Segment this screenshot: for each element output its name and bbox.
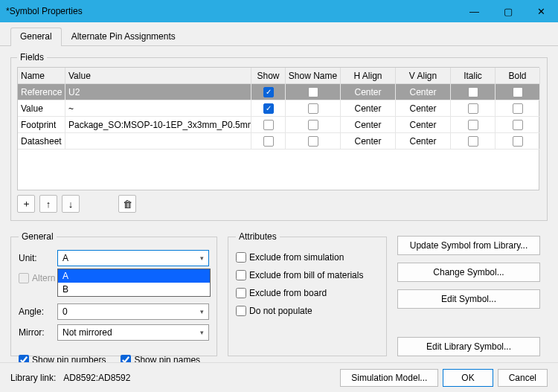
maximize-button[interactable]: ▢: [491, 0, 525, 22]
cell-italic[interactable]: [451, 100, 496, 117]
cell-show[interactable]: ✓: [251, 100, 286, 117]
col-show[interactable]: Show: [251, 68, 286, 84]
checkbox[interactable]: ✓: [263, 103, 274, 114]
ok-button[interactable]: OK: [443, 369, 493, 387]
cell-h-align[interactable]: Center: [341, 100, 396, 117]
edit-symbol-button[interactable]: Edit Symbol...: [397, 289, 540, 309]
checkbox[interactable]: [263, 120, 274, 130]
cell-italic[interactable]: [451, 117, 496, 133]
delete-field-button[interactable]: 🗑: [118, 195, 136, 213]
unit-dropdown[interactable]: A B: [57, 269, 211, 297]
cell-v-align[interactable]: Center: [396, 133, 451, 150]
tab-general[interactable]: General: [10, 28, 62, 46]
cell-v-align[interactable]: Center: [396, 100, 451, 117]
col-show-name[interactable]: Show Name: [286, 68, 341, 84]
grid-header: Name Value Show Show Name H Align V Alig…: [18, 68, 539, 84]
change-symbol-button[interactable]: Change Symbol...: [397, 263, 540, 282]
cell-bold[interactable]: [496, 100, 540, 117]
exclude-sim-label: Exclude from simulation: [249, 252, 344, 263]
mirror-combo[interactable]: Not mirrored ▾: [57, 324, 209, 341]
move-down-button[interactable]: ↓: [62, 195, 80, 213]
chevron-down-icon: ▾: [200, 308, 204, 315]
library-link-value[interactable]: AD8592:AD8592: [63, 373, 336, 383]
unit-option-a[interactable]: A: [58, 269, 210, 283]
edit-library-symbol-button[interactable]: Edit Library Symbol...: [397, 337, 540, 356]
cell-show-name[interactable]: [286, 133, 341, 150]
checkbox[interactable]: [308, 103, 318, 114]
table-row[interactable]: FootprintPackage_SO:MSOP-10-1EP_3x3mm_P0…: [18, 117, 539, 133]
general-legend: General: [19, 231, 57, 242]
cell-bold[interactable]: [496, 117, 540, 133]
col-value[interactable]: Value: [65, 68, 251, 84]
fields-grid[interactable]: Name Value Show Show Name H Align V Alig…: [17, 67, 539, 190]
table-row[interactable]: ReferenceU2✓CenterCenter: [18, 84, 539, 100]
alternate-label: Altern: [32, 273, 55, 283]
cell-h-align[interactable]: Center: [341, 84, 396, 100]
exclude-bom-checkbox[interactable]: [236, 270, 246, 280]
cell-bold[interactable]: [496, 133, 540, 150]
angle-combo[interactable]: 0 ▾: [57, 303, 209, 320]
checkbox[interactable]: [308, 136, 318, 147]
cell-show-name[interactable]: [286, 84, 341, 100]
cell-name[interactable]: Value: [18, 100, 65, 117]
mirror-label: Mirror:: [19, 327, 57, 338]
update-symbol-button[interactable]: Update Symbol from Library...: [397, 236, 540, 255]
footer: Library link: AD8592:AD8592 Simulation M…: [0, 362, 558, 392]
checkbox[interactable]: [468, 87, 478, 97]
cell-show-name[interactable]: [286, 100, 341, 117]
checkbox[interactable]: [468, 103, 478, 114]
cell-v-align[interactable]: Center: [396, 84, 451, 100]
tab-alternate[interactable]: Alternate Pin Assignments: [62, 28, 185, 46]
cell-value[interactable]: U2: [65, 84, 251, 100]
checkbox[interactable]: ✓: [263, 87, 274, 97]
checkbox[interactable]: [513, 120, 523, 130]
col-italic[interactable]: Italic: [451, 68, 496, 84]
cell-v-align[interactable]: Center: [396, 117, 451, 133]
close-button[interactable]: ✕: [525, 0, 558, 22]
cell-italic[interactable]: [451, 84, 496, 100]
exclude-board-checkbox[interactable]: [236, 288, 246, 298]
cell-show-name[interactable]: [286, 117, 341, 133]
cell-name[interactable]: Footprint: [18, 117, 65, 133]
checkbox[interactable]: [263, 136, 274, 147]
col-h-align[interactable]: H Align: [341, 68, 396, 84]
checkbox[interactable]: [513, 87, 523, 97]
checkbox[interactable]: [308, 120, 318, 130]
cell-bold[interactable]: [496, 84, 540, 100]
cell-value[interactable]: Package_SO:MSOP-10-1EP_3x3mm_P0.5mm_E: [65, 117, 251, 133]
cell-name[interactable]: Reference: [18, 84, 65, 100]
cell-name[interactable]: Datasheet: [18, 133, 65, 150]
cell-show[interactable]: ✓: [251, 84, 286, 100]
exclude-sim-checkbox[interactable]: [236, 252, 246, 263]
unit-option-b[interactable]: B: [58, 283, 210, 296]
cell-show[interactable]: [251, 117, 286, 133]
simulation-model-button[interactable]: Simulation Model...: [340, 369, 438, 387]
checkbox[interactable]: [468, 120, 478, 130]
dnp-row[interactable]: Do not populate: [236, 303, 379, 319]
checkbox[interactable]: [468, 136, 478, 147]
cell-value[interactable]: ~: [65, 100, 251, 117]
cancel-button[interactable]: Cancel: [498, 369, 548, 387]
checkbox[interactable]: [513, 103, 523, 114]
minimize-button[interactable]: —: [458, 0, 491, 22]
dnp-checkbox[interactable]: [236, 306, 246, 316]
add-field-button[interactable]: ＋: [17, 195, 35, 213]
cell-h-align[interactable]: Center: [341, 133, 396, 150]
exclude-board-row[interactable]: Exclude from board: [236, 285, 379, 301]
table-row[interactable]: DatasheetCenterCenter: [18, 133, 539, 150]
cell-h-align[interactable]: Center: [341, 117, 396, 133]
exclude-bom-row[interactable]: Exclude from bill of materials: [236, 267, 379, 283]
cell-italic[interactable]: [451, 133, 496, 150]
table-row[interactable]: Value~✓CenterCenter: [18, 100, 539, 117]
exclude-sim-row[interactable]: Exclude from simulation: [236, 249, 379, 266]
checkbox[interactable]: [513, 136, 523, 147]
col-name[interactable]: Name: [18, 68, 65, 84]
col-v-align[interactable]: V Align: [396, 68, 451, 84]
move-up-button[interactable]: ↑: [39, 195, 57, 213]
unit-combo[interactable]: A ▾: [57, 250, 209, 266]
checkbox[interactable]: [308, 87, 318, 97]
cell-value[interactable]: [65, 133, 251, 150]
col-bold[interactable]: Bold: [496, 68, 540, 84]
cell-show[interactable]: [251, 133, 286, 150]
chevron-down-icon: ▾: [200, 254, 204, 262]
